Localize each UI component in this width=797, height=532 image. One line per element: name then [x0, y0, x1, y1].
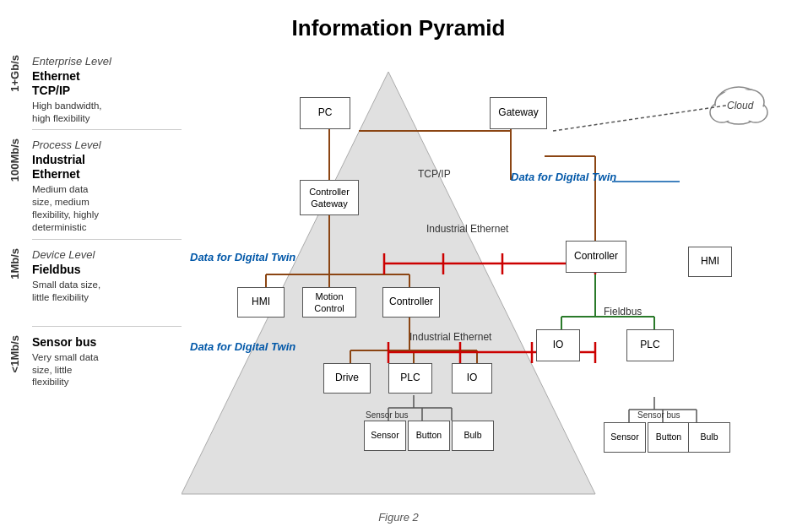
button-left-box: Button: [408, 421, 450, 451]
svg-line-58: [553, 106, 726, 131]
svg-text:Cloud: Cloud: [727, 100, 754, 111]
gateway-box: Gateway: [490, 97, 547, 129]
pc-box: PC: [300, 97, 350, 129]
enterprise-level-section: 1+Gb/s Enterprise Level Ethernet TCP/IP …: [8, 46, 182, 124]
left-sidebar: 1+Gb/s Enterprise Level Ethernet TCP/IP …: [0, 46, 182, 528]
plc-right-box: PLC: [626, 329, 674, 361]
ddt-top-label: Data for Digital Twin: [511, 171, 616, 183]
svg-text:Sensor bus: Sensor bus: [637, 410, 680, 420]
device-protocol: Fieldbus: [32, 263, 100, 277]
io-left-box: IO: [452, 363, 492, 394]
hmi-left-box: HMI: [237, 287, 285, 318]
controller-right-box: Controller: [566, 241, 626, 273]
figure-caption: Figure 2: [0, 511, 797, 524]
sensor-right-box: Sensor: [604, 422, 646, 453]
drive-box: Drive: [323, 363, 371, 394]
motion-control-box: Motion Control: [302, 287, 356, 318]
bulb-right-box: Bulb: [688, 422, 730, 453]
controller-gateway-box: Controller Gateway: [300, 180, 359, 215]
process-level-section: 100Mb/s Process Level Industrial Etherne…: [8, 135, 182, 233]
sensor-left-box: Sensor: [364, 421, 406, 451]
process-speed: 100Mb/s: [8, 138, 27, 182]
plc-left-box: PLC: [388, 363, 432, 394]
process-level-name: Process Level: [32, 138, 101, 151]
io-right-box: IO: [536, 329, 580, 361]
process-desc: Medium data size, medium flexibility, hi…: [32, 183, 101, 234]
enterprise-speed: 1+Gb/s: [8, 55, 27, 92]
ddt-process-label: Data for Digital Twin: [190, 251, 295, 263]
process-protocol: Industrial Ethernet: [32, 153, 101, 182]
sensor-speed: <1Mb/s: [8, 335, 27, 372]
svg-text:TCP/IP: TCP/IP: [418, 168, 451, 180]
button-right-box: Button: [648, 422, 690, 453]
sensor-protocol: Sensor bus: [32, 335, 99, 350]
device-level-section: 1Mb/s Device Level Fieldbus Small data s…: [8, 245, 182, 321]
enterprise-desc: High bandwidth, high flexibility: [32, 100, 111, 125]
device-desc: Small data size, little flexibility: [32, 279, 100, 304]
sensor-level-section: <1Mb/s Sensor bus Very small data size, …: [8, 332, 182, 404]
device-level-name: Device Level: [32, 248, 100, 261]
controller-left-box: Controller: [382, 287, 440, 318]
ddt-device-label: Data for Digital Twin: [190, 340, 295, 353]
diagram-area: TCP/IP Industrial Ethernet Industrial Et…: [182, 46, 797, 528]
svg-text:Industrial Ethernet: Industrial Ethernet: [409, 331, 492, 343]
svg-text:Fieldbus: Fieldbus: [604, 306, 642, 318]
enterprise-level-name: Enterprise Level: [32, 55, 111, 68]
page-title: Information Pyramid: [0, 0, 797, 46]
device-speed: 1Mb/s: [8, 248, 27, 280]
hmi-right-box: HMI: [688, 247, 732, 277]
sensor-desc: Very small data size, little flexibility: [32, 351, 99, 389]
svg-text:Industrial Ethernet: Industrial Ethernet: [426, 223, 509, 235]
bulb-left-box: Bulb: [452, 421, 494, 451]
enterprise-protocol: Ethernet TCP/IP: [32, 69, 111, 98]
svg-text:Sensor bus: Sensor bus: [366, 410, 409, 420]
